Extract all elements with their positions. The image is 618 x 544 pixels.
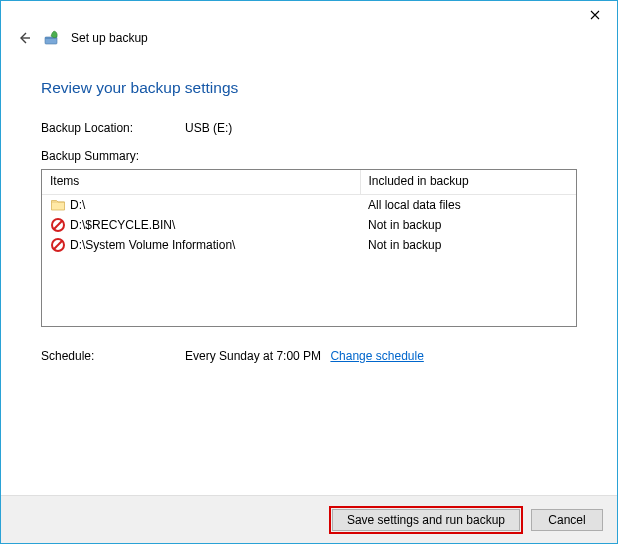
item-path: D:\ [70,198,85,212]
item-included: Not in backup [360,215,576,235]
column-header-included[interactable]: Included in backup [360,170,576,195]
item-included: All local data files [360,195,576,216]
folder-icon [50,197,66,213]
excluded-icon [50,237,66,253]
backup-location-value: USB (E:) [185,121,232,135]
backup-wizard-icon [43,29,61,47]
backup-summary-label: Backup Summary: [41,149,577,163]
wizard-title: Set up backup [71,31,148,45]
change-schedule-link[interactable]: Change schedule [330,349,423,363]
schedule-value: Every Sunday at 7:00 PM [185,349,321,363]
table-row[interactable]: D:\System Volume Information\Not in back… [42,235,576,255]
page-heading: Review your backup settings [41,79,577,97]
cancel-button[interactable]: Cancel [531,509,603,531]
dialog-footer: Save settings and run backup Cancel [1,495,617,543]
column-header-items[interactable]: Items [42,170,360,195]
table-row[interactable]: D:\$RECYCLE.BIN\Not in backup [42,215,576,235]
backup-location-label: Backup Location: [41,121,185,135]
close-icon [590,10,600,20]
save-and-run-button[interactable]: Save settings and run backup [332,509,520,531]
excluded-icon [50,217,66,233]
schedule-label: Schedule: [41,349,185,363]
back-button[interactable] [15,29,33,47]
backup-summary-table: Items Included in backup D:\All local da… [42,170,576,255]
item-path: D:\System Volume Information\ [70,238,235,252]
backup-summary-box: Items Included in backup D:\All local da… [41,169,577,327]
item-path: D:\$RECYCLE.BIN\ [70,218,175,232]
svg-line-4 [54,221,62,229]
item-included: Not in backup [360,235,576,255]
primary-button-highlight: Save settings and run backup [329,506,523,534]
svg-line-6 [54,241,62,249]
back-arrow-icon [16,30,32,46]
table-row[interactable]: D:\All local data files [42,195,576,216]
